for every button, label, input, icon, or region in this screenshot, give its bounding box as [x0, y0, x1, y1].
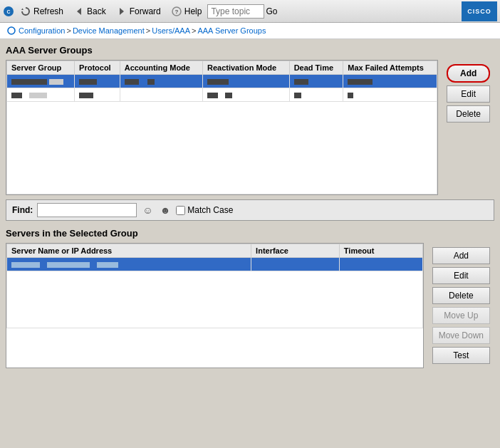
col-server-group: Server Group: [7, 61, 75, 75]
cell-dead1: [289, 75, 343, 88]
cisco-logo: CISCO: [462, 1, 497, 21]
data-block: [11, 79, 47, 85]
go-button[interactable]: Go: [266, 6, 277, 16]
cell-max1: [343, 75, 437, 88]
data-block: [348, 79, 373, 85]
servers-table: Server Name or IP Address Interface Time…: [6, 244, 423, 328]
svg-text:C: C: [6, 9, 10, 14]
svg-marker-2: [21, 8, 24, 10]
svg-marker-3: [77, 8, 81, 15]
servers-section: Servers in the Selected Group Server Nam…: [6, 228, 494, 368]
match-case-text: Match Case: [187, 205, 233, 215]
data-block: [47, 262, 90, 268]
back-button[interactable]: Back: [69, 4, 110, 19]
col-timeout: Timeout: [339, 244, 422, 258]
col-server-name: Server Name or IP Address: [7, 244, 251, 258]
servers-section-title: Servers in the Selected Group: [6, 228, 494, 239]
data-block: [207, 93, 218, 98]
servers-table-panel: Server Name or IP Address Interface Time…: [6, 243, 424, 368]
data-block: [294, 93, 301, 98]
svg-marker-4: [120, 8, 124, 15]
col-max-failed: Max Failed Attempts: [343, 61, 437, 75]
servers-add-button[interactable]: Add: [432, 247, 490, 264]
data-block: [79, 79, 97, 85]
servers-test-button[interactable]: Test: [432, 347, 490, 364]
find-next-button[interactable]: ☻: [159, 204, 172, 216]
home-icon: [6, 25, 17, 36]
col-reactivation-mode: Reactivation Mode: [202, 61, 289, 75]
match-case-label: Match Case: [176, 205, 233, 215]
cell-sg2: [7, 88, 75, 102]
servers-edit-button[interactable]: Edit: [432, 267, 490, 284]
server-name-cell: [7, 258, 251, 271]
data-block: [225, 93, 232, 98]
breadcrumb-device-management[interactable]: Device Management: [73, 26, 145, 35]
aaa-table-area: Server Group Protocol Accounting Mode Re…: [6, 61, 437, 194]
table-row[interactable]: [7, 75, 437, 88]
svg-point-7: [8, 27, 15, 34]
go-label: Go: [266, 6, 277, 16]
col-interface: Interface: [251, 244, 340, 258]
svg-text:?: ?: [175, 9, 178, 15]
server-timeout-cell: [339, 258, 422, 271]
table-row[interactable]: [7, 102, 437, 194]
aaa-edit-button[interactable]: Edit: [447, 85, 490, 103]
match-case-checkbox[interactable]: [176, 206, 185, 215]
cisco-logo-text: CISCO: [467, 8, 491, 15]
data-block: [97, 262, 118, 268]
col-accounting-mode: Accounting Mode: [120, 61, 202, 75]
aaa-delete-button[interactable]: Delete: [447, 105, 490, 123]
data-block: [11, 262, 40, 268]
cell-acct1: [120, 75, 202, 88]
cell-dead2: [289, 88, 343, 102]
cell-proto2: [75, 88, 120, 102]
breadcrumb-current: AAA Server Groups: [197, 26, 266, 35]
aaa-table-panel: Server Group Protocol Accounting Mode Re…: [6, 60, 438, 195]
data-block: [125, 79, 139, 85]
data-block: [11, 93, 22, 98]
table-row[interactable]: [7, 88, 437, 102]
breadcrumb: Configuration > Device Management > User…: [0, 23, 500, 39]
aaa-table: Server Group Protocol Accounting Mode Re…: [6, 61, 437, 194]
data-block: [79, 93, 93, 98]
find-prev-button[interactable]: ☺: [141, 204, 154, 216]
cell-sg1: [7, 75, 75, 88]
data-block: [348, 93, 353, 98]
col-protocol: Protocol: [75, 61, 120, 75]
refresh-button[interactable]: Refresh: [16, 4, 68, 19]
server-interface-cell: [251, 258, 340, 271]
find-input[interactable]: [37, 203, 137, 217]
aaa-add-button[interactable]: Add: [447, 64, 490, 83]
cell-react2: [202, 88, 289, 102]
servers-table-row[interactable]: [7, 258, 423, 271]
toolbar: C Refresh Back Forward: [0, 0, 500, 23]
help-label: Help: [184, 6, 202, 16]
data-block: [294, 79, 308, 85]
servers-table-row[interactable]: [7, 271, 423, 328]
servers-side-buttons: Add Edit Delete Move Up Move Down Test: [428, 243, 494, 368]
servers-move-up-button[interactable]: Move Up: [432, 307, 490, 324]
refresh-label: Refresh: [33, 6, 63, 16]
help-button[interactable]: ? Help: [167, 4, 207, 19]
aaa-side-buttons: Add Edit Delete: [442, 60, 494, 195]
data-block: [29, 93, 47, 98]
main-content: AAA Server Groups Server Group Protocol …: [0, 39, 500, 374]
forward-button[interactable]: Forward: [112, 4, 165, 19]
breadcrumb-users-aaa[interactable]: Users/AAA: [152, 26, 190, 35]
help-icon: ?: [171, 6, 182, 17]
cisco-icon: C: [3, 6, 14, 17]
forward-label: Forward: [130, 6, 161, 16]
col-dead-time: Dead Time: [289, 61, 343, 75]
aaa-section-title: AAA Server Groups: [6, 45, 494, 56]
breadcrumb-configuration[interactable]: Configuration: [19, 26, 65, 35]
aaa-server-groups-section: AAA Server Groups Server Group Protocol …: [6, 45, 494, 195]
data-block: [49, 79, 63, 85]
forward-icon: [116, 6, 127, 17]
servers-move-down-button[interactable]: Move Down: [432, 327, 490, 344]
back-icon: [73, 6, 85, 17]
servers-delete-button[interactable]: Delete: [432, 287, 490, 304]
refresh-icon: [20, 6, 31, 17]
topic-input[interactable]: [207, 4, 264, 19]
cell-react1: [202, 75, 289, 88]
data-block: [207, 79, 229, 85]
